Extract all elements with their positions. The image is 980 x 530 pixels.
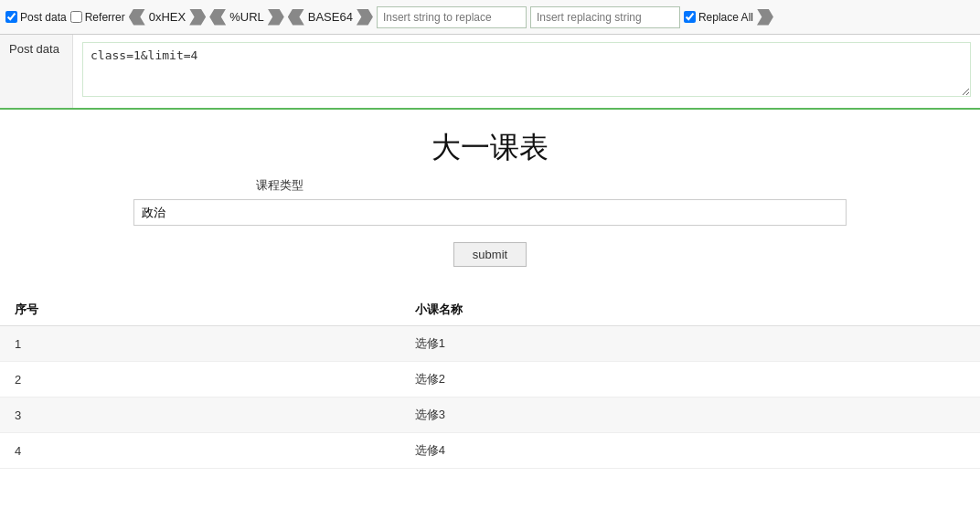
cell-name: 选修3 <box>400 398 980 433</box>
hex-label: 0xHEX <box>149 10 186 24</box>
cell-name: 选修1 <box>400 326 980 362</box>
post-data-textarea[interactable]: class=1&limit=4 <box>82 42 971 97</box>
toolbar: Post data Referrer 0xHEX %URL BASE64 Rep… <box>0 0 980 35</box>
replace-all-item: Replace All <box>684 11 753 24</box>
base64-right-arrow-icon[interactable] <box>357 9 373 26</box>
base64-left-arrow-icon[interactable] <box>288 9 304 26</box>
submit-button[interactable]: submit <box>453 242 527 267</box>
cell-name: 选修4 <box>400 433 980 469</box>
course-type-label: 课程类型 <box>0 177 980 194</box>
referrer-toolbar-item: Referrer <box>70 11 125 24</box>
url-right-arrow-icon[interactable] <box>268 9 284 26</box>
submit-row: submit <box>0 242 980 267</box>
cell-index: 4 <box>0 433 400 469</box>
replace-all-label: Replace All <box>698 11 753 24</box>
page-title: 大一课表 <box>0 128 980 168</box>
url-left-arrow-icon[interactable] <box>209 9 226 26</box>
post-data-side-label: Post data <box>0 35 73 108</box>
table-row: 2 选修2 <box>0 362 980 398</box>
referrer-label: Referrer <box>85 11 125 24</box>
data-table: 序号 小课名称 1 选修1 2 选修2 3 选修3 4 选修4 <box>0 294 980 469</box>
cell-name: 选修2 <box>400 362 980 398</box>
table-row: 3 选修3 <box>0 398 980 433</box>
table-row: 4 选修4 <box>0 433 980 469</box>
select-row: 政治 <box>0 199 980 226</box>
insert-replacing-input[interactable] <box>530 6 680 28</box>
main-content: 大一课表 课程类型 政治 submit <box>0 110 980 285</box>
cell-index: 3 <box>0 398 400 433</box>
col-header-index: 序号 <box>0 294 400 326</box>
insert-string-input[interactable] <box>377 6 527 28</box>
post-data-checkbox[interactable] <box>5 11 17 23</box>
col-header-name: 小课名称 <box>400 294 980 326</box>
post-data-content: class=1&limit=4 <box>73 35 980 108</box>
hex-right-arrow-icon[interactable] <box>189 9 206 26</box>
base64-label: BASE64 <box>308 10 353 24</box>
replace-all-checkbox[interactable] <box>684 11 696 23</box>
post-data-label: Post data <box>20 11 67 24</box>
hex-left-arrow-icon[interactable] <box>129 9 145 26</box>
cell-index: 2 <box>0 362 400 398</box>
table-row: 1 选修1 <box>0 326 980 362</box>
cell-index: 1 <box>0 326 400 362</box>
post-data-toolbar-item: Post data <box>5 11 67 24</box>
url-label: %URL <box>229 10 264 24</box>
referrer-checkbox[interactable] <box>70 11 82 23</box>
replace-all-arrow-icon[interactable] <box>757 9 773 26</box>
post-data-row: Post data class=1&limit=4 <box>0 35 980 110</box>
course-type-select[interactable]: 政治 <box>133 199 847 226</box>
